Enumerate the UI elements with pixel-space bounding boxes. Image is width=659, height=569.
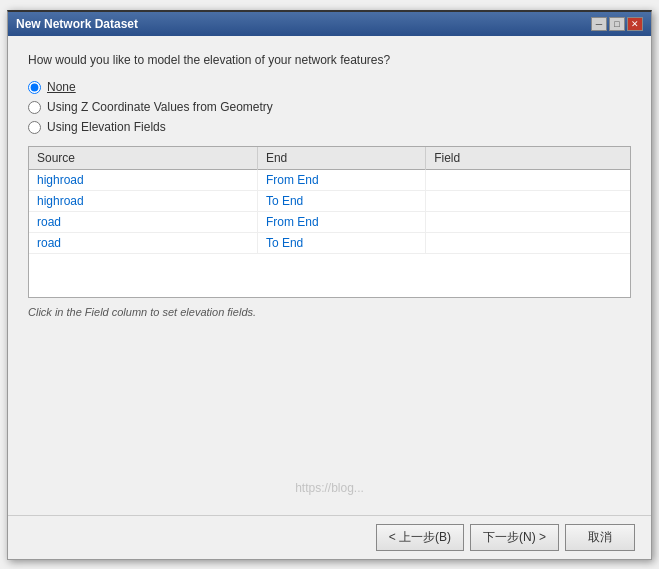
- col-header-source: Source: [29, 147, 257, 170]
- table-row[interactable]: roadTo End: [29, 233, 630, 254]
- radio-z-coord[interactable]: Using Z Coordinate Values from Geometry: [28, 100, 631, 114]
- minimize-button[interactable]: ─: [591, 17, 607, 31]
- cell-end: To End: [257, 233, 425, 254]
- radio-none[interactable]: None: [28, 80, 631, 94]
- cell-end: To End: [257, 191, 425, 212]
- radio-elevation-fields[interactable]: Using Elevation Fields: [28, 120, 631, 134]
- cancel-button[interactable]: 取消: [565, 524, 635, 551]
- table-row[interactable]: highroadTo End: [29, 191, 630, 212]
- radio-none-input[interactable]: [28, 81, 41, 94]
- cell-end: From End: [257, 212, 425, 233]
- cell-field[interactable]: [426, 170, 630, 191]
- back-button[interactable]: < 上一步(B): [376, 524, 464, 551]
- col-header-field: Field: [426, 147, 630, 170]
- radio-z-coord-label: Using Z Coordinate Values from Geometry: [47, 100, 273, 114]
- hint-text: Click in the Field column to set elevati…: [28, 306, 631, 318]
- cell-field[interactable]: [426, 212, 630, 233]
- next-button[interactable]: 下一步(N) >: [470, 524, 559, 551]
- col-header-end: End: [257, 147, 425, 170]
- cell-field[interactable]: [426, 191, 630, 212]
- cell-source: road: [29, 212, 257, 233]
- maximize-button[interactable]: □: [609, 17, 625, 31]
- table-row[interactable]: highroadFrom End: [29, 170, 630, 191]
- elevation-table-container: Source End Field highroadFrom Endhighroa…: [28, 146, 631, 298]
- radio-group: None Using Z Coordinate Values from Geom…: [28, 80, 631, 134]
- window-title: New Network Dataset: [16, 17, 138, 31]
- cell-source: road: [29, 233, 257, 254]
- close-button[interactable]: ✕: [627, 17, 643, 31]
- content-area: How would you like to model the elevatio…: [8, 36, 651, 515]
- table-row[interactable]: roadFrom End: [29, 212, 630, 233]
- cell-source: highroad: [29, 170, 257, 191]
- title-bar: New Network Dataset ─ □ ✕: [8, 12, 651, 36]
- radio-elevation-fields-label: Using Elevation Fields: [47, 120, 166, 134]
- title-controls: ─ □ ✕: [591, 17, 643, 31]
- radio-none-label: None: [47, 80, 76, 94]
- question-text: How would you like to model the elevatio…: [28, 52, 631, 69]
- radio-elevation-fields-input[interactable]: [28, 121, 41, 134]
- main-window: New Network Dataset ─ □ ✕ How would you …: [7, 10, 652, 560]
- watermark: https://blog...: [28, 481, 631, 495]
- radio-z-coord-input[interactable]: [28, 101, 41, 114]
- cell-end: From End: [257, 170, 425, 191]
- elevation-table: Source End Field highroadFrom Endhighroa…: [29, 147, 630, 254]
- footer: < 上一步(B) 下一步(N) > 取消: [8, 515, 651, 559]
- cell-field[interactable]: [426, 233, 630, 254]
- cell-source: highroad: [29, 191, 257, 212]
